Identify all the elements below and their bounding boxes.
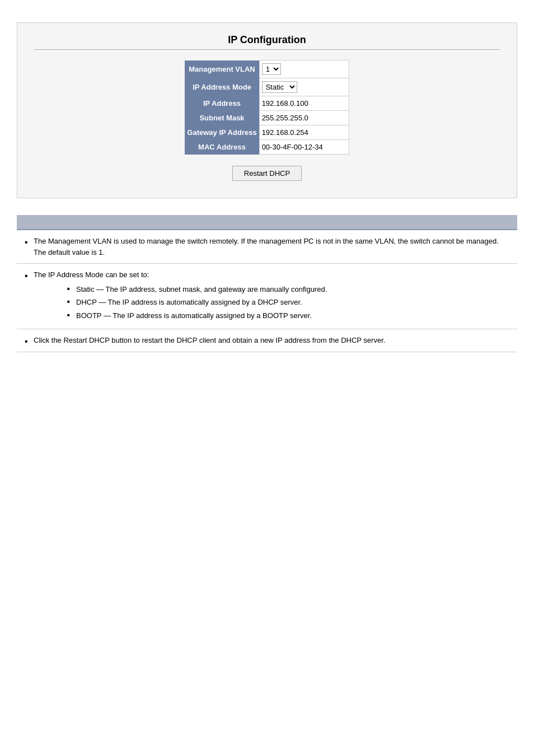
ip-address-value: 192.168.0.100 — [259, 96, 349, 111]
subnet-mask-value: 255.255.255.0 — [259, 111, 349, 125]
table-row: Subnet Mask 255.255.255.0 — [185, 111, 349, 125]
sub-item-text: BOOTP — The IP address is automatically … — [76, 311, 312, 320]
table-row: MAC Address 00-30-4F-00-12-34 — [185, 140, 349, 155]
mac-address-value: 00-30-4F-00-12-34 — [259, 140, 349, 155]
notes-header — [17, 215, 517, 230]
ip-address-mode-value[interactable]: Static DHCP — [259, 78, 349, 96]
table-row: IP Address 192.168.0.100 — [185, 96, 349, 111]
sub-item-text: DHCP — The IP address is automatically a… — [76, 298, 302, 306]
list-item: The IP Address Mode can be set to: Stati… — [17, 264, 517, 329]
list-item: Click the Restart DHCP button to restart… — [17, 329, 517, 352]
table-row: Management VLAN 1 2 3 — [185, 60, 349, 78]
sub-item-text: Static — The IP address, subnet mask, an… — [76, 285, 327, 293]
mac-address-label: MAC Address — [185, 140, 259, 155]
restart-dhcp-button[interactable]: Restart DHCP — [232, 166, 302, 181]
sub-list: Static — The IP address, subnet mask, an… — [67, 284, 512, 321]
page-wrapper: IP Configuration Management VLAN 1 2 3 — [0, 0, 534, 363]
table-row: IP Address Mode Static DHCP — [185, 78, 349, 96]
note-text: The IP Address Mode can be set to: — [34, 270, 149, 279]
sub-list-item: BOOTP — The IP address is automatically … — [67, 310, 512, 321]
gateway-ip-value: 192.168.0.254 — [259, 125, 349, 140]
restart-btn-row: Restart DHCP — [34, 166, 500, 181]
subnet-mask-label: Subnet Mask — [185, 111, 259, 125]
management-vlan-value[interactable]: 1 2 3 — [259, 60, 349, 78]
config-divider — [34, 49, 500, 50]
ip-address-mode-label: IP Address Mode — [185, 78, 259, 96]
config-title: IP Configuration — [34, 34, 500, 46]
list-item: The Management VLAN is used to manage th… — [17, 230, 517, 264]
management-vlan-label: Management VLAN — [185, 60, 259, 78]
ip-address-label: IP Address — [185, 96, 259, 111]
note-text: The Management VLAN is used to manage th… — [34, 237, 499, 256]
sub-list-item: Static — The IP address, subnet mask, an… — [67, 284, 512, 295]
config-table: Management VLAN 1 2 3 IP Address Mode — [185, 60, 349, 155]
ip-address-mode-select[interactable]: Static DHCP — [262, 81, 297, 93]
table-row: Gateway IP Address 192.168.0.254 — [185, 125, 349, 140]
sub-list-item: DHCP — The IP address is automatically a… — [67, 297, 512, 308]
note-text: Click the Restart DHCP button to restart… — [34, 336, 385, 344]
notes-list: The Management VLAN is used to manage th… — [17, 230, 517, 352]
management-vlan-select[interactable]: 1 2 3 — [262, 63, 281, 75]
notes-section: The Management VLAN is used to manage th… — [17, 215, 517, 352]
config-card: IP Configuration Management VLAN 1 2 3 — [17, 22, 517, 198]
gateway-ip-label: Gateway IP Address — [185, 125, 259, 140]
